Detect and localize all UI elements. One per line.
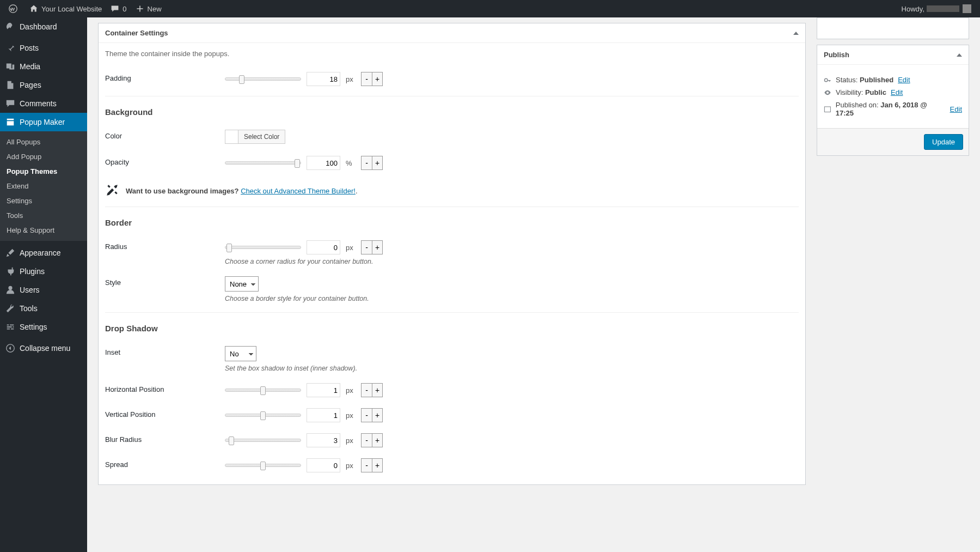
menu-media[interactable]: Media	[0, 57, 87, 76]
plug-icon	[5, 266, 15, 276]
calendar-icon	[824, 105, 831, 113]
shadow-title: Drop Shadow	[105, 324, 799, 333]
radius-label: Radius	[105, 240, 225, 251]
hp-minus[interactable]: -	[361, 383, 372, 397]
submenu-add-popup[interactable]: Add Popup	[0, 149, 87, 164]
opacity-minus[interactable]: -	[361, 156, 372, 170]
menu-comments[interactable]: Comments	[0, 94, 87, 113]
spread-label: Spread	[105, 458, 225, 469]
site-link[interactable]: Your Local Website	[25, 0, 106, 17]
background-title: Background	[105, 107, 799, 117]
publish-header[interactable]: Publish	[817, 45, 969, 65]
svg-rect-4	[824, 107, 830, 112]
submenu-tools[interactable]: Tools	[0, 208, 87, 223]
username-redacted	[927, 5, 959, 12]
hp-input[interactable]	[307, 383, 340, 397]
comment-icon	[111, 4, 119, 13]
radius-plus[interactable]: +	[372, 240, 383, 254]
submenu-popup-themes[interactable]: Popup Themes	[0, 164, 87, 179]
hp-plus[interactable]: +	[372, 383, 383, 397]
vp-input[interactable]	[307, 408, 340, 422]
collapse-icon	[793, 32, 799, 35]
opacity-label: Opacity	[105, 156, 225, 166]
opacity-plus[interactable]: +	[372, 156, 383, 170]
menu-collapse[interactable]: Collapse menu	[0, 339, 87, 357]
menu-popup-maker[interactable]: Popup Maker	[0, 113, 87, 131]
eye-icon	[824, 89, 831, 96]
menu-dashboard[interactable]: Dashboard	[0, 17, 87, 36]
inset-label: Inset	[105, 346, 225, 356]
wp-logo[interactable]	[4, 0, 25, 17]
opacity-slider[interactable]	[225, 161, 301, 165]
color-label: Color	[105, 130, 225, 140]
style-hint: Choose a border style for your container…	[225, 295, 799, 302]
admin-sidebar: Dashboard Posts Media Pages Comments Pop…	[0, 17, 87, 507]
popup-maker-submenu: All Popups Add Popup Popup Themes Extend…	[0, 131, 87, 241]
inset-select[interactable]: No	[225, 346, 256, 361]
opacity-unit: %	[346, 159, 356, 167]
vp-minus[interactable]: -	[361, 408, 372, 422]
top-side-box	[817, 17, 969, 39]
menu-settings[interactable]: Settings	[0, 318, 87, 336]
submenu-settings[interactable]: Settings	[0, 193, 87, 208]
panel-header[interactable]: Container Settings	[99, 23, 805, 43]
home-icon	[29, 4, 38, 13]
style-select[interactable]: None	[225, 276, 259, 292]
user-icon	[5, 285, 15, 295]
submenu-help[interactable]: Help & Support	[0, 223, 87, 238]
edit-status[interactable]: Edit	[898, 76, 910, 84]
blur-label: Blur Radius	[105, 433, 225, 444]
user-menu[interactable]: Howdy,	[897, 0, 976, 17]
radius-slider[interactable]	[225, 246, 301, 249]
blur-plus[interactable]: +	[372, 433, 383, 447]
spread-plus[interactable]: +	[372, 458, 383, 472]
pin-icon	[5, 43, 15, 53]
inset-hint: Set the box shadow to inset (inner shado…	[225, 365, 799, 372]
edit-visibility[interactable]: Edit	[891, 88, 903, 96]
menu-appearance[interactable]: Appearance	[0, 244, 87, 262]
padding-plus[interactable]: +	[372, 72, 383, 86]
comments-link[interactable]: 0	[106, 0, 131, 17]
blur-input[interactable]	[307, 433, 340, 447]
vp-slider[interactable]	[225, 414, 301, 417]
menu-tools[interactable]: Tools	[0, 299, 87, 318]
radius-minus[interactable]: -	[361, 240, 372, 254]
color-picker[interactable]: Select Color	[225, 130, 285, 144]
menu-pages[interactable]: Pages	[0, 76, 87, 94]
vp-label: Vertical Position	[105, 408, 225, 418]
menu-posts[interactable]: Posts	[0, 39, 87, 57]
sliders-icon	[5, 322, 15, 332]
blur-slider[interactable]	[225, 439, 301, 442]
blur-minus[interactable]: -	[361, 433, 372, 447]
admin-bar: Your Local Website 0 New Howdy,	[0, 0, 980, 17]
dashboard-icon	[5, 22, 15, 32]
color-swatch	[225, 130, 238, 143]
edit-date[interactable]: Edit	[950, 105, 962, 113]
opacity-input[interactable]	[307, 156, 340, 170]
promo-link[interactable]: Check out Advanced Theme Builder!	[241, 187, 356, 195]
submenu-extend[interactable]: Extend	[0, 179, 87, 193]
radius-unit: px	[346, 244, 356, 252]
padding-slider[interactable]	[225, 77, 301, 81]
padding-label: Padding	[105, 72, 225, 82]
container-settings-panel: Container Settings Theme the container i…	[98, 23, 806, 485]
padding-input[interactable]	[307, 72, 340, 86]
vp-plus[interactable]: +	[372, 408, 383, 422]
submenu-all-popups[interactable]: All Popups	[0, 135, 87, 149]
spread-input[interactable]	[307, 458, 340, 472]
radius-hint: Choose a corner radius for your containe…	[225, 258, 799, 265]
style-label: Style	[105, 276, 225, 287]
panel-description: Theme the container inside the popups.	[105, 50, 799, 58]
spread-minus[interactable]: -	[361, 458, 372, 472]
page-icon	[5, 80, 15, 90]
svg-point-3	[824, 78, 828, 82]
hp-slider[interactable]	[225, 389, 301, 392]
new-link[interactable]: New	[131, 0, 166, 17]
radius-input[interactable]	[307, 240, 340, 254]
spread-slider[interactable]	[225, 464, 301, 467]
border-title: Border	[105, 218, 799, 227]
menu-plugins[interactable]: Plugins	[0, 262, 87, 281]
padding-minus[interactable]: -	[361, 72, 372, 86]
menu-users[interactable]: Users	[0, 281, 87, 299]
update-button[interactable]: Update	[924, 134, 963, 150]
